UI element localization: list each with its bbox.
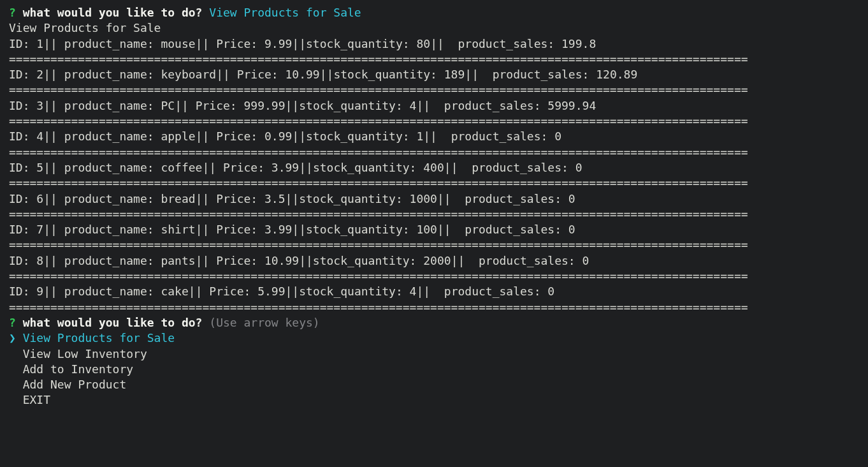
menu-item-label: EXIT [23,393,50,406]
product-stock-value: 2000 [423,254,451,267]
product-stock-value: 100 [416,223,437,236]
prompt-question: what would you like to do? [23,6,203,19]
menu-pointer-icon [9,362,23,376]
product-stock-label: ||stock_quantity: [320,68,444,81]
menu-item[interactable]: Add New Product [9,377,859,392]
product-row: ID: 1|| product_name: mouse|| Price: 9.9… [9,36,859,52]
product-sales-label: || product_sales: [465,68,596,81]
separator-line: ========================================… [9,145,859,160]
prompt-marker-icon: ? [9,316,16,329]
product-price-label: || Price: [196,37,264,50]
product-price-label: || Price: [175,99,243,112]
product-name-label: || product_name: [43,68,161,81]
product-id-label: ID: [9,161,36,174]
product-stock-label: ||stock_quantity: [292,130,416,143]
product-id-label: ID: [9,37,36,50]
product-id-label: ID: [9,130,36,143]
product-name-value: shirt [161,223,195,236]
product-price-value: 10.99 [286,68,320,81]
product-price-value: 0.99 [264,130,292,143]
product-name-value: pants [161,254,195,267]
menu-item-label: View Products for Sale [23,331,175,345]
product-price-label: || Price: [202,161,271,174]
separator-line: ========================================… [9,82,859,98]
product-name-label: || product_name: [43,37,161,50]
menu-item[interactable]: ❯ View Products for Sale [9,330,859,346]
separator-line: ========================================… [9,52,859,67]
prompt-marker-icon: ? [9,6,16,19]
product-stock-label: ||stock_quantity: [286,285,410,298]
separator-line: ========================================… [9,300,859,315]
product-sales-label: || product_sales: [444,161,575,174]
product-price-value: 10.99 [264,254,299,267]
product-row: ID: 7|| product_name: shirt|| Price: 3.9… [9,222,859,237]
product-row: ID: 3|| product_name: PC|| Price: 999.99… [9,98,859,114]
product-price-value: 3.99 [271,161,299,174]
product-name-label: || product_name: [43,285,161,298]
separator-line: ========================================… [9,269,859,284]
product-name-label: || product_name: [43,254,161,267]
product-sales-value: 0 [568,192,575,205]
menu-list[interactable]: ❯ View Products for Sale View Low Invent… [9,330,859,408]
product-price-label: || Price: [196,254,264,267]
product-sales-value: 5999.94 [547,99,596,112]
product-stock-label: ||stock_quantity: [299,254,423,267]
product-stock-value: 1000 [410,192,437,205]
prompt-question: what would you like to do? [23,316,203,329]
product-stock-label: ||stock_quantity: [286,99,410,112]
terminal: ? what would you like to do? View Produc… [0,0,868,408]
product-sales-label: || product_sales: [437,223,568,236]
product-sales-label: || product_sales: [416,99,547,112]
product-sales-value: 0 [554,130,561,143]
product-id-label: ID: [9,192,36,205]
header-echo: View Products for Sale [9,20,859,36]
product-name-label: || product_name: [43,130,161,143]
product-name-value: PC [161,99,175,112]
product-id-label: ID: [9,99,36,112]
product-id-value: 5 [36,161,43,174]
product-stock-value: 1 [416,130,423,143]
product-price-value: 3.99 [264,223,292,236]
product-stock-label: ||stock_quantity: [299,161,423,174]
product-row: ID: 4|| product_name: apple|| Price: 0.9… [9,129,859,144]
product-sales-label: || product_sales: [423,130,554,143]
product-name-value: mouse [161,37,195,50]
product-name-value: coffee [161,161,202,174]
product-price-label: || Price: [196,192,264,205]
product-price-label: || Price: [196,130,264,143]
product-stock-value: 80 [416,37,430,50]
product-name-label: || product_name: [43,192,161,205]
menu-pointer-icon [9,347,23,360]
product-sales-value: 199.8 [561,37,596,50]
product-price-label: || Price: [216,68,285,81]
product-stock-value: 400 [423,161,444,174]
menu-item[interactable]: View Low Inventory [9,346,859,362]
product-id-value: 3 [36,99,43,112]
product-sales-value: 0 [568,223,575,236]
product-sales-value: 0 [582,254,590,267]
product-sales-value: 0 [575,161,582,174]
product-row: ID: 2|| product_name: keyboard|| Price: … [9,67,859,82]
prompt-answered-line: ? what would you like to do? View Produc… [9,5,859,20]
menu-pointer-icon: ❯ [9,331,23,345]
product-sales-label: || product_sales: [430,37,561,50]
product-id-value: 8 [36,254,43,267]
product-name-value: cake [161,285,188,298]
product-stock-value: 4 [410,285,417,298]
menu-item[interactable]: Add to Inventory [9,362,859,377]
product-price-value: 3.5 [264,192,286,205]
product-id-value: 2 [36,68,43,81]
product-row: ID: 5|| product_name: coffee|| Price: 3.… [9,160,859,175]
product-id-value: 6 [36,192,43,205]
product-name-label: || product_name: [43,99,161,112]
separator-line: ========================================… [9,114,859,129]
product-price-label: || Price: [189,285,257,298]
product-row: ID: 6|| product_name: bread|| Price: 3.5… [9,191,859,207]
separator-line: ========================================… [9,207,859,222]
separator-line: ========================================… [9,175,859,191]
product-id-label: ID: [9,254,36,267]
product-stock-label: ||stock_quantity: [292,223,416,236]
product-stock-label: ||stock_quantity: [292,37,416,50]
menu-item[interactable]: EXIT [9,392,859,408]
product-name-label: || product_name: [43,161,161,174]
